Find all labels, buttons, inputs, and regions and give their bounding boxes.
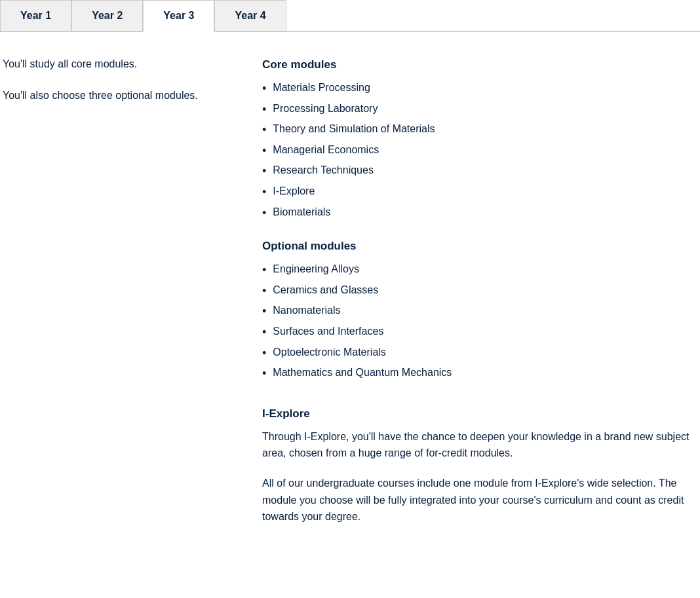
right-column: Core modules Materials Processing Proces… — [256, 58, 700, 538]
optional-modules-title: Optional modules — [262, 240, 700, 253]
list-item: Theory and Simulation of Materials — [262, 123, 700, 138]
list-item: Materials Processing — [262, 82, 700, 96]
list-item: Nanomaterials — [262, 305, 700, 319]
tab-year3[interactable]: Year 3 — [143, 0, 214, 32]
list-item: Surfaces and Interfaces — [262, 326, 700, 340]
tab-year2[interactable]: Year 2 — [71, 0, 143, 31]
list-item: Ceramics and Glasses — [262, 284, 700, 299]
i-explore-section: I-Explore Through I-Explore, you'll have… — [262, 407, 700, 525]
tab-year4[interactable]: Year 4 — [214, 0, 286, 31]
i-explore-paragraph1: Through I-Explore, you'll have the chanc… — [262, 428, 700, 462]
i-explore-title: I-Explore — [262, 407, 700, 420]
tab-year1[interactable]: Year 1 — [0, 0, 71, 31]
core-modules-list: Materials Processing Processing Laborato… — [262, 82, 700, 220]
list-item: Mathematics and Quantum Mechanics — [262, 367, 700, 381]
list-item: Biomaterials — [262, 206, 700, 221]
optional-modules-list: Engineering Alloys Ceramics and Glasses … — [262, 263, 700, 381]
i-explore-paragraph2: All of our undergraduate courses include… — [262, 475, 700, 525]
content-area: You'll study all core modules. You'll al… — [0, 32, 700, 565]
study-core-text: You'll study all core modules. — [3, 58, 243, 70]
tabs-container: Year 1 Year 2 Year 3 Year 4 — [0, 0, 700, 32]
list-item: Managerial Economics — [262, 144, 700, 159]
list-item: Optoelectronic Materials — [262, 346, 700, 361]
left-column: You'll study all core modules. You'll al… — [0, 58, 243, 538]
list-item: Engineering Alloys — [262, 263, 700, 278]
choose-optional-text: You'll also choose three optional module… — [3, 90, 243, 102]
core-modules-title: Core modules — [262, 58, 700, 71]
list-item: Processing Laboratory — [262, 103, 700, 117]
list-item: Research Techniques — [262, 164, 700, 179]
list-item: I-Explore — [262, 185, 700, 200]
